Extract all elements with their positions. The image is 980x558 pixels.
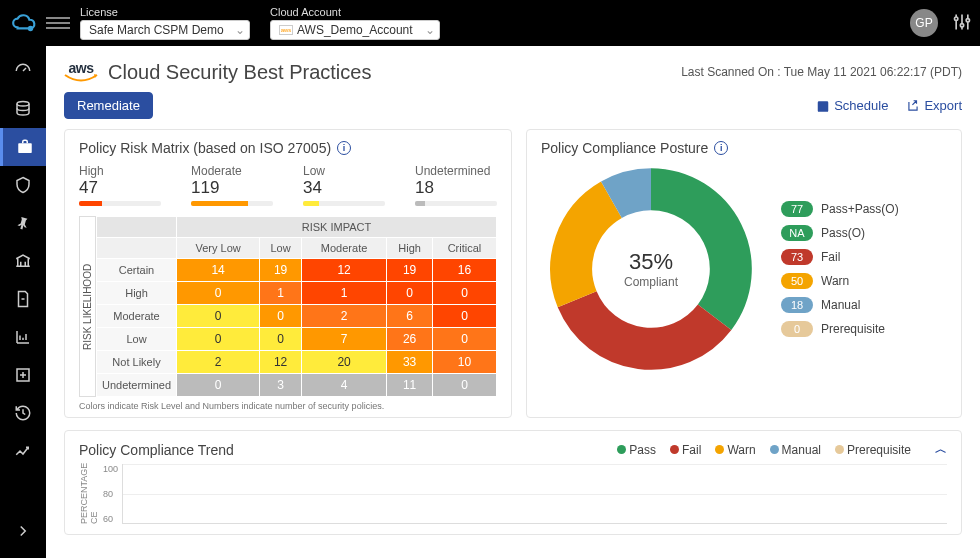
matrix-cell[interactable]: 4 (301, 374, 386, 397)
matrix-col-header: High (387, 238, 433, 259)
trend-legend-item: Fail (670, 443, 701, 457)
matrix-cell[interactable]: 0 (177, 305, 260, 328)
matrix-cell[interactable]: 0 (432, 282, 496, 305)
sidebar-grid[interactable] (0, 356, 46, 394)
settings-sliders-icon[interactable] (952, 12, 972, 35)
matrix-footnote: Colors indicate Risk Level and Numbers i… (79, 401, 497, 411)
posture-donut-chart: 35% Compliant (541, 164, 761, 374)
matrix-cell[interactable]: 0 (260, 305, 302, 328)
info-icon[interactable]: i (714, 141, 728, 155)
export-label: Export (924, 98, 962, 113)
matrix-row-header: Not Likely (97, 351, 177, 374)
matrix-col-header: Moderate (301, 238, 386, 259)
matrix-cell[interactable]: 6 (387, 305, 433, 328)
sidebar-trend[interactable] (0, 432, 46, 470)
trend-legend-item: Prerequisite (835, 443, 911, 457)
matrix-cell[interactable]: 12 (260, 351, 302, 374)
trend-legend-item: Manual (770, 443, 821, 457)
sidebar-briefcase[interactable] (0, 128, 46, 166)
matrix-cell[interactable]: 19 (387, 259, 433, 282)
matrix-cell[interactable]: 26 (387, 328, 433, 351)
license-value: Safe March CSPM Demo (89, 23, 224, 37)
matrix-cell[interactable]: 20 (301, 351, 386, 374)
remediate-button[interactable]: Remediate (64, 92, 153, 119)
risk-matrix-card: Policy Risk Matrix (based on ISO 27005) … (64, 129, 512, 418)
matrix-cell[interactable]: 0 (177, 328, 260, 351)
svg-point-6 (966, 18, 969, 21)
matrix-cell[interactable]: 7 (301, 328, 386, 351)
page-title: Cloud Security Best Practices (108, 61, 371, 84)
matrix-cell[interactable]: 14 (177, 259, 260, 282)
matrix-cell[interactable]: 0 (177, 374, 260, 397)
matrix-cell[interactable]: 12 (301, 259, 386, 282)
schedule-button[interactable]: Schedule (816, 98, 888, 113)
matrix-cell[interactable]: 1 (301, 282, 386, 305)
legend-item: 18Manual (781, 297, 899, 313)
sidebar-chart[interactable] (0, 318, 46, 356)
matrix-cell[interactable]: 3 (260, 374, 302, 397)
license-label: License (80, 6, 250, 18)
matrix-row-header: Moderate (97, 305, 177, 328)
chevron-down-icon: ⌄ (425, 23, 435, 37)
matrix-cell[interactable]: 16 (432, 259, 496, 282)
topbar: License Safe March CSPM Demo ⌄ Cloud Acc… (0, 0, 980, 46)
license-select[interactable]: Safe March CSPM Demo ⌄ (80, 20, 250, 40)
matrix-cell[interactable]: 0 (260, 328, 302, 351)
sidebar-pin[interactable] (0, 204, 46, 242)
risk-matrix-title: Policy Risk Matrix (based on ISO 27005) (79, 140, 331, 156)
compliant-percent: 35% (624, 249, 678, 275)
legend-item: 73Fail (781, 249, 899, 265)
svg-point-7 (17, 102, 29, 107)
posture-card: Policy Compliance Posture i 35% Complian… (526, 129, 962, 418)
user-avatar[interactable]: GP (910, 9, 938, 37)
risk-summary-item: High47 (79, 164, 161, 206)
matrix-cell[interactable]: 11 (387, 374, 433, 397)
legend-item: 77Pass+Pass(O) (781, 201, 899, 217)
sidebar-document[interactable] (0, 280, 46, 318)
sidebar-shield[interactable] (0, 166, 46, 204)
last-scanned: Last Scanned On : Tue May 11 2021 06:22:… (681, 65, 962, 79)
sidebar-database[interactable] (0, 90, 46, 128)
matrix-cell[interactable]: 19 (260, 259, 302, 282)
trend-ylabel: CE PERCENTAGE (79, 464, 99, 524)
sidebar-expand[interactable] (0, 512, 46, 550)
matrix-cell[interactable]: 0 (432, 328, 496, 351)
trend-legend-item: Pass (617, 443, 656, 457)
aws-logo: aws (64, 60, 98, 84)
matrix-cell[interactable]: 33 (387, 351, 433, 374)
sidebar-history[interactable] (0, 394, 46, 432)
risk-summary-item: Undetermined18 (415, 164, 497, 206)
matrix-cell[interactable]: 2 (177, 351, 260, 374)
matrix-cell[interactable]: 0 (432, 374, 496, 397)
risk-summary-item: Moderate119 (191, 164, 273, 206)
sidebar-institution[interactable] (0, 242, 46, 280)
trend-legend-item: Warn (715, 443, 755, 457)
risk-matrix-table: RISK IMPACT Very LowLowModerateHighCriti… (96, 216, 497, 397)
compliant-label: Compliant (624, 275, 678, 289)
legend-item: NAPass(O) (781, 225, 899, 241)
matrix-cell[interactable]: 0 (432, 305, 496, 328)
matrix-cell[interactable]: 0 (387, 282, 433, 305)
main-content: aws Cloud Security Best Practices Last S… (46, 46, 980, 558)
account-select[interactable]: aws AWS_Demo_Account ⌄ (270, 20, 440, 40)
ytick: 100 (103, 464, 118, 474)
aws-mini-icon: aws (279, 25, 293, 35)
account-value: AWS_Demo_Account (297, 23, 413, 37)
svg-rect-8 (18, 143, 32, 153)
matrix-col-header: Very Low (177, 238, 260, 259)
sidebar-dashboard[interactable] (0, 52, 46, 90)
sidebar (0, 46, 46, 558)
schedule-label: Schedule (834, 98, 888, 113)
info-icon[interactable]: i (337, 141, 351, 155)
export-button[interactable]: Export (906, 98, 962, 113)
ytick: 80 (103, 489, 118, 499)
menu-toggle-icon[interactable] (46, 17, 70, 29)
matrix-cell[interactable]: 2 (301, 305, 386, 328)
matrix-cell[interactable]: 1 (260, 282, 302, 305)
matrix-cell[interactable]: 10 (432, 351, 496, 374)
trend-card: Policy Compliance Trend PassFailWarnManu… (64, 430, 962, 535)
matrix-row-header: Undetermined (97, 374, 177, 397)
trend-plot (122, 464, 947, 524)
collapse-icon[interactable]: ︿ (935, 441, 947, 458)
matrix-cell[interactable]: 0 (177, 282, 260, 305)
